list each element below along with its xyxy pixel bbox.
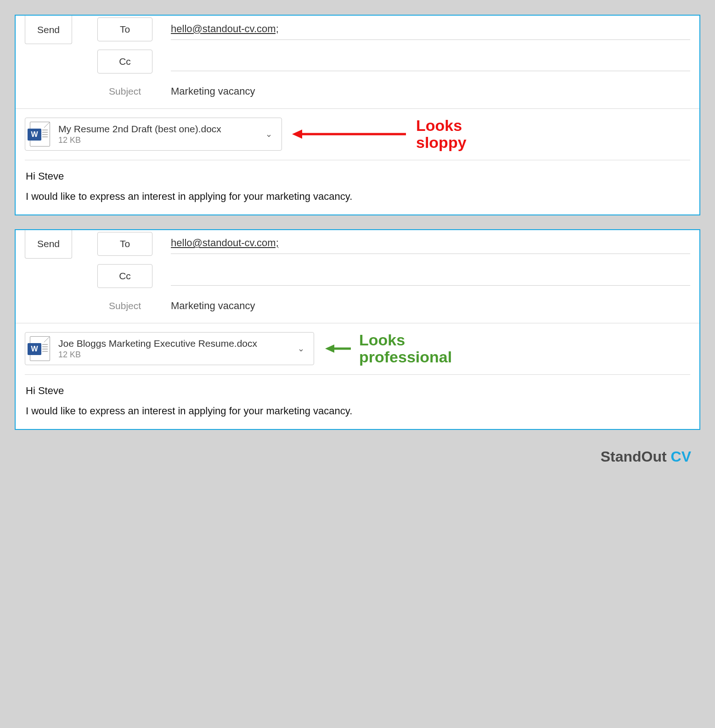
to-row: To hello@standout-cv.com; — [97, 232, 690, 256]
annotation-sloppy: Looks sloppy — [291, 117, 467, 152]
annotation-text-line1: Looks — [416, 117, 467, 134]
annotation-text-line2: sloppy — [416, 134, 467, 151]
word-w-glyph: W — [28, 129, 41, 141]
cc-input[interactable] — [171, 266, 690, 286]
word-doc-icon: W — [30, 336, 50, 361]
cc-input[interactable] — [171, 52, 690, 71]
body-line: I would like to express an interest in a… — [26, 405, 689, 417]
email-panel-sloppy: Send To hello@standout-cv.com; Cc Subjec… — [15, 15, 700, 215]
cc-button[interactable]: Cc — [97, 264, 152, 288]
compose-header: Send To hello@standout-cv.com; Cc Subjec… — [16, 230, 699, 320]
fields-column: To hello@standout-cv.com; Cc Subject Mar… — [97, 16, 690, 106]
subject-row: Subject Marketing vacancy — [97, 296, 690, 316]
to-value: hello@standout-cv.com; — [171, 237, 279, 248]
annotation-text-line1: Looks — [359, 332, 452, 349]
to-button[interactable]: To — [97, 232, 152, 256]
word-w-glyph: W — [28, 343, 41, 355]
to-button[interactable]: To — [97, 17, 152, 41]
email-body[interactable]: Hi Steve I would like to express an inte… — [16, 160, 699, 214]
cc-row: Cc — [97, 264, 690, 288]
word-doc-icon: W — [30, 122, 50, 147]
attachment-text: My Resume 2nd Draft (best one).docx 12 K… — [58, 123, 263, 145]
compose-header: Send To hello@standout-cv.com; Cc Subjec… — [16, 16, 699, 106]
annotation-text-line2: professional — [359, 349, 452, 366]
to-row: To hello@standout-cv.com; — [97, 17, 690, 41]
cc-button[interactable]: Cc — [97, 50, 152, 73]
attachment-row: W My Resume 2nd Draft (best one).docx 12… — [16, 109, 699, 157]
subject-label: Subject — [97, 300, 152, 311]
subject-row: Subject Marketing vacancy — [97, 82, 690, 101]
attachment-chip[interactable]: W Joe Bloggs Marketing Executive Resume.… — [25, 332, 314, 365]
subject-input[interactable]: Marketing vacancy — [171, 296, 690, 316]
attachment-filesize: 12 KB — [58, 135, 263, 145]
email-body[interactable]: Hi Steve I would like to express an inte… — [16, 375, 699, 429]
arrow-left-green-icon — [325, 339, 353, 358]
to-input[interactable]: hello@standout-cv.com; — [171, 233, 690, 254]
attachment-filesize: 12 KB — [58, 350, 295, 360]
annotation-professional: Looks professional — [325, 332, 452, 366]
body-line: I would like to express an interest in a… — [26, 191, 689, 203]
brand-standout: StandOut — [601, 448, 671, 465]
attachment-filename: Joe Bloggs Marketing Executive Resume.do… — [58, 338, 295, 349]
attachment-chip[interactable]: W My Resume 2nd Draft (best one).docx 12… — [25, 118, 282, 151]
subject-input[interactable]: Marketing vacancy — [171, 82, 690, 101]
fields-column: To hello@standout-cv.com; Cc Subject Mar… — [97, 230, 690, 320]
send-button[interactable]: Send — [25, 16, 72, 44]
svg-marker-3 — [325, 344, 334, 353]
attachment-filename: My Resume 2nd Draft (best one).docx — [58, 123, 263, 135]
chevron-down-icon[interactable]: ⌄ — [263, 129, 275, 139]
email-panel-professional: Send To hello@standout-cv.com; Cc Subjec… — [15, 229, 700, 430]
body-greeting: Hi Steve — [26, 170, 689, 182]
attachment-row: W Joe Bloggs Marketing Executive Resume.… — [16, 323, 699, 372]
body-greeting: Hi Steve — [26, 385, 689, 397]
brand-cv: CV — [671, 448, 691, 465]
to-value: hello@standout-cv.com; — [171, 23, 279, 34]
svg-marker-1 — [292, 130, 302, 139]
to-input[interactable]: hello@standout-cv.com; — [171, 19, 690, 40]
chevron-down-icon[interactable]: ⌄ — [295, 344, 307, 354]
cc-row: Cc — [97, 50, 690, 73]
attachment-text: Joe Bloggs Marketing Executive Resume.do… — [58, 338, 295, 360]
subject-label: Subject — [97, 86, 152, 97]
arrow-left-red-icon — [291, 125, 411, 143]
send-button[interactable]: Send — [25, 230, 72, 259]
footer-brand: StandOut CV — [15, 444, 700, 465]
